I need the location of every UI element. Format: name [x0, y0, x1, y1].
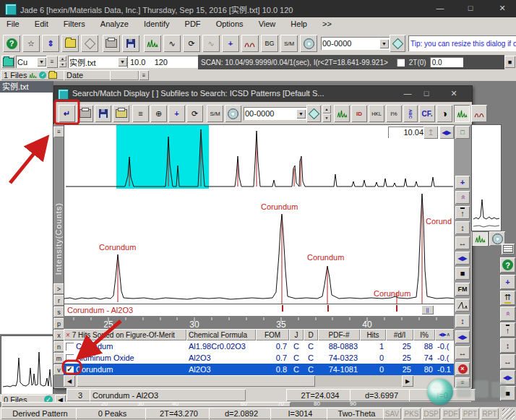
date-column-header[interactable]: Date [64, 70, 114, 80]
dialog-titlebar[interactable]: Search/Match Display [ ] Subfiles to Sea… [54, 86, 472, 102]
refresh-button[interactable]: ⟳ [183, 35, 200, 52]
spin-up-icon[interactable]: ▲ [59, 56, 66, 61]
background-button[interactable]: BG [261, 35, 278, 52]
range-field[interactable]: 10.0 120 [127, 56, 202, 68]
col-header-hitcount[interactable]: Hits [360, 329, 386, 340]
dialog-cd-button[interactable] [225, 105, 241, 122]
menu-pdf[interactable]: PDF [179, 17, 207, 30]
bg-scroll-thumb[interactable] [1, 402, 291, 407]
chart-corner-button[interactable]: ≡ [139, 70, 149, 80]
track-cursor-button[interactable]: ☆ [22, 35, 40, 52]
pdf-number-combo[interactable]: 00-0000 ▼ [321, 37, 390, 50]
profile-view-button[interactable] [471, 105, 487, 122]
col-header-formula[interactable]: Chemical Formula [186, 329, 256, 340]
menu-view[interactable]: View [252, 17, 283, 30]
col-header-pdf[interactable]: PDF-# [318, 329, 360, 340]
help-button[interactable]: ? [3, 35, 20, 52]
col-header-ipct[interactable]: I% [413, 329, 435, 340]
row-checkbox-checked[interactable]: ✓ [66, 366, 74, 374]
pattern-view-button[interactable] [454, 105, 470, 122]
menu-more[interactable]: >> [316, 17, 338, 30]
search-match-button[interactable]: S/M [280, 35, 298, 52]
col-header-dl[interactable]: #d/I [386, 329, 413, 340]
peaks-button[interactable] [144, 35, 161, 52]
side-letter-1[interactable]: r [53, 295, 64, 306]
save-button[interactable] [122, 35, 139, 52]
ppt-button[interactable]: PPT [461, 408, 479, 419]
menu-file[interactable]: File [0, 17, 26, 30]
statusbar-peaks[interactable]: 0 Peaks [76, 408, 149, 419]
full-range-button[interactable]: ◀▶ [439, 126, 454, 139]
menu-help[interactable]: Help [284, 17, 314, 30]
dialog-spinner[interactable]: ▲ ▼ [322, 105, 331, 122]
show-ipct-button[interactable]: I% [386, 105, 402, 122]
dlg-spin-up-icon[interactable]: ▲ [322, 105, 331, 113]
tree-list-button[interactable]: ≡ [132, 105, 149, 122]
abc-button[interactable]: ABC [403, 105, 418, 122]
pan-all-button[interactable]: + [455, 176, 470, 189]
right-hscale-button[interactable]: ↔ [500, 354, 515, 369]
row-checkbox[interactable] [66, 354, 74, 362]
scroll-thumb[interactable] [77, 375, 315, 387]
dialog-print-button[interactable] [77, 105, 93, 122]
sav-button[interactable]: SAV [383, 408, 401, 419]
right-scaleup-button[interactable]: » [500, 307, 515, 321]
moon-button[interactable]: ◑ [437, 105, 452, 122]
anode-combo[interactable]: Cu ▼ [16, 56, 48, 68]
print-button[interactable] [103, 35, 120, 52]
menu-identify[interactable]: Identify [137, 17, 176, 30]
pause-button[interactable]: || [421, 305, 434, 314]
subfile-globe-button[interactable]: ⊕ [150, 105, 167, 122]
col-header-hits[interactable]: × 7 Hits Sorted on Figure-Of-Merit [64, 329, 186, 340]
folder-button[interactable] [1, 56, 14, 68]
col-header-fom[interactable]: FOM [256, 329, 289, 340]
combo-arrow-icon[interactable]: ▼ [379, 39, 389, 48]
side-letter-3[interactable]: p [53, 318, 64, 329]
dialog-save-button[interactable] [95, 105, 111, 122]
table-hscrollbar[interactable]: ◀ ▶ [64, 375, 413, 387]
dlg-spin-down-icon[interactable]: ▼ [322, 113, 331, 122]
diamond-button[interactable] [81, 35, 98, 52]
show-peaks-button[interactable] [334, 105, 350, 122]
profile-fit-button[interactable] [241, 35, 259, 52]
pdf-button[interactable]: PDF [442, 408, 460, 419]
dsp-button[interactable]: DSP [422, 408, 440, 419]
dialog-minimize-button[interactable]: — [400, 89, 416, 98]
filter-button[interactable]: ∿ [202, 35, 220, 52]
vscale-button[interactable]: ↕ [455, 221, 470, 234]
report-print-button[interactable] [113, 105, 129, 122]
top-align-button[interactable]: ↑ [455, 206, 470, 219]
grid-button[interactable] [502, 244, 515, 254]
menu-analyze[interactable]: Analyze [94, 17, 135, 30]
pan-button[interactable]: + [222, 35, 239, 52]
row-checkbox[interactable] [66, 343, 74, 351]
t2-field[interactable]: 0.0 [430, 57, 463, 67]
pks-button[interactable]: PKS [403, 408, 421, 419]
peak-window-button[interactable] [455, 299, 470, 312]
spin-down-icon[interactable]: ▼ [59, 61, 66, 67]
side-letter-2[interactable]: s [53, 307, 64, 317]
rpt-button[interactable]: RPT [481, 408, 499, 419]
dialog-pdf-combo[interactable]: 00-0000 ▼ [244, 107, 307, 120]
fm-button[interactable]: FM [455, 283, 470, 296]
lr2-button[interactable]: ◀▶ [455, 330, 470, 343]
anode-arrow-icon[interactable]: ▼ [37, 57, 46, 67]
close-button[interactable]: ✕ [493, 4, 512, 13]
zoom-start-field[interactable]: 10.04 [388, 127, 426, 138]
cd-button[interactable] [300, 35, 317, 52]
statusbar-mode[interactable]: Derived Pattern [1, 408, 79, 419]
menu-filters[interactable]: Filters [57, 17, 92, 30]
hfit-button[interactable]: ◀▶ [455, 252, 470, 265]
show-hkl-button[interactable]: HKL [369, 105, 384, 122]
dialog-goto-button[interactable] [306, 105, 321, 122]
file-list-item[interactable]: 实例.txt [0, 81, 53, 93]
goto-pdf-button[interactable] [390, 35, 405, 52]
right-normalize-button[interactable]: ⇈ [500, 291, 515, 305]
table-row[interactable]: Corundum Al1.98Cr0.02O3 0.7 C C 88-0883 … [64, 340, 454, 352]
resize-grip[interactable] [502, 408, 515, 419]
minimize-button[interactable]: — [431, 4, 450, 12]
col-header-d[interactable]: D [304, 329, 318, 340]
dialog-refresh-button[interactable]: ⟳ [186, 105, 203, 122]
side-letter-4[interactable]: x [53, 330, 64, 340]
menu-edit[interactable]: Edit [28, 17, 55, 30]
